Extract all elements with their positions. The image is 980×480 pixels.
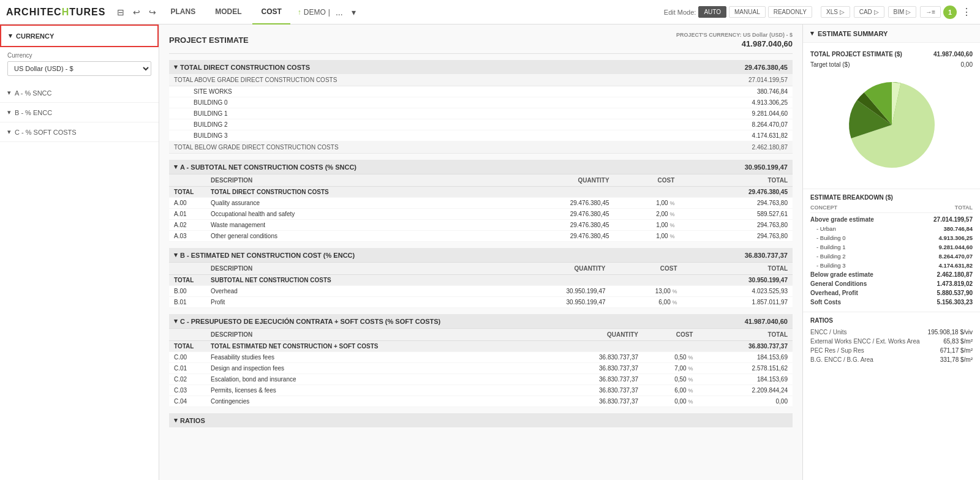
soft-costs-table: DESCRIPTION QUANTITY COST TOTAL TOTAL TO… <box>169 328 793 407</box>
export-cad-button[interactable]: CAD ▷ <box>854 6 884 18</box>
soft-costs-arrow-icon: ▾ <box>7 128 11 136</box>
ratios-title: RATIOS <box>810 317 973 324</box>
project-header: PROJECT ESTIMATE PROJECT'S CURRENCY: US … <box>169 24 793 54</box>
breakdown-row-building1: - Building 1 9.281.044,60 <box>810 242 973 252</box>
sncc-a03-total: 294.763,80 <box>679 231 793 242</box>
estimate-summary-content: TOTAL PROJECT ESTIMATE ($) 41.987.040,60… <box>803 43 980 189</box>
soft-col-quantity: QUANTITY <box>548 329 643 341</box>
edit-mode-readonly-button[interactable]: READONLY <box>768 6 812 18</box>
soft-col-description: DESCRIPTION <box>206 329 548 341</box>
currency-select[interactable]: US Dollar (USD) - $ Euro (EUR) - € Briti… <box>7 61 151 76</box>
ext-works-value: 65,83 $/m² <box>943 338 973 345</box>
above-grade-table: SITE WORKS 380.746,84 BUILDING 0 4.913.3… <box>169 86 793 141</box>
ratio-row-encc-units: ENCC / Units 195.908,18 $/viv <box>810 328 973 337</box>
general-conditions-concept: General Conditions <box>810 280 867 287</box>
sncc-total-qty <box>501 187 614 198</box>
save-button[interactable]: ⊟ <box>114 5 127 20</box>
demo-section: ↑ DEMO | ... ▾ <box>298 5 359 20</box>
soft-c02-total: 184.153,69 <box>698 374 793 385</box>
ratios-toggle-icon: ▾ <box>174 416 178 424</box>
total-project-estimate-label: TOTAL PROJECT ESTIMATE ($) <box>810 51 902 58</box>
tab-cost[interactable]: COST <box>252 0 290 24</box>
breakdown-row-below-grade: Below grade estimate 2.462.180,87 <box>810 270 973 279</box>
demo-chevron-button[interactable]: ▾ <box>349 5 359 20</box>
below-grade-total: 2.462.180,87 <box>752 144 788 151</box>
encc-total-val: 30.950.199,47 <box>682 275 793 286</box>
soft-c04-code: C.04 <box>169 396 206 407</box>
encc-col-total: TOTAL <box>682 263 793 275</box>
project-currency-label: PROJECT'S CURRENCY: US Dollar (USD) - $ <box>676 32 793 38</box>
encc-section: ▾ B - ESTIMATED NET CONSTRUCTION COST (%… <box>169 248 793 308</box>
below-grade-header[interactable]: TOTAL BELOW GRADE DIRECT CONSTRUCTION CO… <box>169 141 793 154</box>
sncc-a03-code: A.03 <box>169 231 206 242</box>
currency-field-label: Currency <box>7 52 151 59</box>
soft-total-qty <box>548 341 643 352</box>
tab-model[interactable]: MODEL <box>206 0 250 24</box>
tab-plans[interactable]: PLANS <box>162 0 204 24</box>
currency-section-header[interactable]: ▾ CURRENCY <box>0 24 159 47</box>
soft-c03-code: C.03 <box>169 385 206 396</box>
sncc-col-cost: COST <box>614 174 680 187</box>
breakdown-header: CONCEPT TOTAL <box>810 204 973 213</box>
direct-construction-label: TOTAL DIRECT CONSTRUCTION COSTS <box>180 64 310 71</box>
soft-c01-cost: 7,00 % <box>643 363 698 374</box>
undo-button[interactable]: ↩ <box>130 5 143 20</box>
sidebar-item-soft-costs[interactable]: ▾ C - % SOFT COSTS <box>0 122 159 142</box>
demo-separator: | <box>328 8 330 17</box>
soft-col-code <box>169 329 206 341</box>
pec-res-value: 671,17 $/m² <box>940 347 973 354</box>
redo-button[interactable]: ↪ <box>146 5 159 20</box>
soft-c02-code: C.02 <box>169 374 206 385</box>
sncc-label: A - % SNCC <box>15 89 52 97</box>
encc-total-cost <box>611 275 682 286</box>
more-options-button[interactable]: ⋮ <box>959 5 974 19</box>
sncc-section-header[interactable]: ▾ A - SUBTOTAL NET CONSTRUCTION COSTS (%… <box>169 160 793 174</box>
right-sidebar: ▾ ESTIMATE SUMMARY TOTAL PROJECT ESTIMAT… <box>802 24 980 480</box>
breakdown-col-total: TOTAL <box>955 204 973 211</box>
soft-c01-total: 2.578.151,62 <box>698 363 793 374</box>
breakdown-row-building2: - Building 2 8.264.470,07 <box>810 252 973 261</box>
soft-costs-toggle-icon: ▾ <box>174 317 178 325</box>
export-xls-button[interactable]: XLS ▷ <box>821 6 850 18</box>
sncc-total-code: TOTAL <box>169 187 206 198</box>
sncc-col-total: TOTAL <box>679 174 793 187</box>
above-grade-header[interactable]: TOTAL ABOVE GRADE DIRECT CONSTRUCTION CO… <box>169 74 793 86</box>
edit-mode-manual-button[interactable]: MANUAL <box>729 6 766 18</box>
encc-total-code: TOTAL <box>169 275 206 286</box>
breakdown-row-urban: - Urban 380.746,84 <box>810 224 973 233</box>
sncc-a02-total: 294.763,80 <box>679 220 793 231</box>
sncc-arrow-icon: ▾ <box>7 89 11 97</box>
ratios-section: ▾ RATIOS <box>169 413 793 427</box>
breakdown-row-general-conditions: General Conditions 1.473.819,02 <box>810 279 973 288</box>
demo-more-button[interactable]: ... <box>333 5 346 20</box>
above-grade-breakdown-total: 27.014.199,57 <box>933 216 973 223</box>
user-dot-button[interactable]: 1 <box>943 6 957 19</box>
encc-toggle-icon: ▾ <box>174 251 178 259</box>
total-project-estimate-row: TOTAL PROJECT ESTIMATE ($) 41.987.040,60 <box>810 49 973 59</box>
total-project-estimate-value: 41.987.040,60 <box>933 51 973 58</box>
project-estimate-label: PROJECT ESTIMATE <box>169 36 249 45</box>
edit-mode-auto-button[interactable]: AUTO <box>698 6 726 18</box>
sncc-a02-qty: 29.476.380,45 <box>501 220 614 231</box>
soft-row-c02: C.02 Escalation, bond and insurance 36.8… <box>169 374 793 385</box>
sidebar-item-sncc[interactable]: ▾ A - % SNCC <box>0 83 159 103</box>
soft-costs-section-header[interactable]: ▾ C - PRESUPUESTO DE EJECUCIÓN CONTRATA … <box>169 314 793 328</box>
encc-label: B - % ENCC <box>15 109 52 116</box>
building0-concept: - Building 0 <box>816 234 846 241</box>
sncc-row-total: TOTAL TOTAL DIRECT CONSTRUCTION COSTS 29… <box>169 187 793 198</box>
encc-b00-qty: 30.950.199,47 <box>500 286 610 297</box>
soft-c02-cost: 0,50 % <box>643 374 698 385</box>
encc-arrow-icon: ▾ <box>7 108 11 116</box>
edit-mode-label: Edit Mode: <box>664 9 696 16</box>
sidebar-item-encc[interactable]: ▾ B - % ENCC <box>0 103 159 122</box>
soft-total-desc: TOTAL ESTIMATED NET CONSTRUCTION + SOFT … <box>206 341 548 352</box>
ratios-section-header[interactable]: ▾ RATIOS <box>169 413 793 427</box>
pie-chart <box>810 70 973 182</box>
soft-c04-total: 0,00 <box>698 396 793 407</box>
encc-section-header[interactable]: ▾ B - ESTIMATED NET CONSTRUCTION COST (%… <box>169 248 793 262</box>
direct-construction-header[interactable]: ▾ TOTAL DIRECT CONSTRUCTION COSTS 29.476… <box>169 60 793 74</box>
export-bim-button[interactable]: BIM ▷ <box>888 6 917 18</box>
direct-construction-toggle-icon: ▾ <box>174 63 178 71</box>
export-list-button[interactable]: →≡ <box>920 6 941 18</box>
soft-c01-code: C.01 <box>169 363 206 374</box>
